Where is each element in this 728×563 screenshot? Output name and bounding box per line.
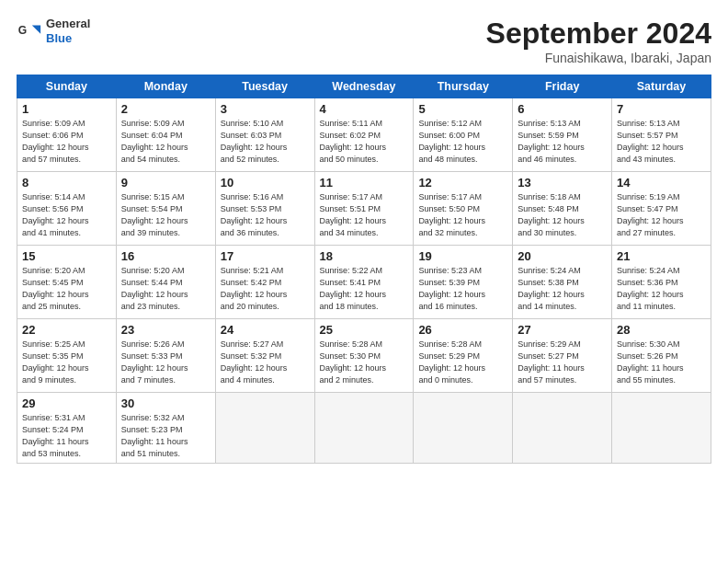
col-sunday: Sunday xyxy=(17,75,117,98)
day-27: 27 Sunrise: 5:29 AMSunset: 5:27 PMDaylig… xyxy=(513,319,612,393)
day-3: 3 Sunrise: 5:10 AMSunset: 6:03 PMDayligh… xyxy=(215,98,314,172)
day-15: 15 Sunrise: 5:20 AMSunset: 5:45 PMDaylig… xyxy=(17,246,117,319)
day-empty-1 xyxy=(215,393,314,464)
col-monday: Monday xyxy=(116,75,215,98)
month-title: September 2024 xyxy=(486,17,711,51)
day-28: 28 Sunrise: 5:30 AMSunset: 5:26 PMDaylig… xyxy=(612,319,711,393)
day-4: 4 Sunrise: 5:11 AMSunset: 6:02 PMDayligh… xyxy=(314,98,414,172)
day-12: 12 Sunrise: 5:17 AMSunset: 5:50 PMDaylig… xyxy=(414,172,513,246)
day-2: 2 Sunrise: 5:09 AMSunset: 6:04 PMDayligh… xyxy=(116,98,215,172)
day-5: 5 Sunrise: 5:12 AMSunset: 6:00 PMDayligh… xyxy=(414,98,513,172)
day-21: 21 Sunrise: 5:24 AMSunset: 5:36 PMDaylig… xyxy=(612,246,711,319)
svg-marker-1 xyxy=(32,25,40,33)
svg-text:G: G xyxy=(18,23,27,36)
title-block: September 2024 Funaishikawa, Ibaraki, Ja… xyxy=(486,17,711,65)
day-17: 17 Sunrise: 5:21 AMSunset: 5:42 PMDaylig… xyxy=(215,246,314,319)
location: Funaishikawa, Ibaraki, Japan xyxy=(486,51,711,65)
day-11: 11 Sunrise: 5:17 AMSunset: 5:51 PMDaylig… xyxy=(314,172,414,246)
day-16: 16 Sunrise: 5:20 AMSunset: 5:44 PMDaylig… xyxy=(116,246,215,319)
day-14: 14 Sunrise: 5:19 AMSunset: 5:47 PMDaylig… xyxy=(612,172,711,246)
day-empty-5 xyxy=(612,393,711,464)
col-saturday: Saturday xyxy=(612,75,711,98)
day-empty-3 xyxy=(414,393,513,464)
day-8: 8 Sunrise: 5:14 AMSunset: 5:56 PMDayligh… xyxy=(17,172,117,246)
col-wednesday: Wednesday xyxy=(314,75,414,98)
day-10: 10 Sunrise: 5:16 AMSunset: 5:53 PMDaylig… xyxy=(215,172,314,246)
day-23: 23 Sunrise: 5:26 AMSunset: 5:33 PMDaylig… xyxy=(116,319,215,393)
table-row: 1 Sunrise: 5:09 AMSunset: 6:06 PMDayligh… xyxy=(17,98,711,172)
logo-icon: G xyxy=(17,18,42,44)
calendar-page: G General Blue September 2024 Funaishika… xyxy=(0,0,728,563)
day-6: 6 Sunrise: 5:13 AMSunset: 5:59 PMDayligh… xyxy=(513,98,612,172)
logo-blue: Blue xyxy=(46,31,90,46)
day-29: 29 Sunrise: 5:31 AMSunset: 5:24 PMDaylig… xyxy=(17,393,117,464)
col-friday: Friday xyxy=(513,75,612,98)
day-1: 1 Sunrise: 5:09 AMSunset: 6:06 PMDayligh… xyxy=(17,98,117,172)
page-header: G General Blue September 2024 Funaishika… xyxy=(17,17,711,65)
day-24: 24 Sunrise: 5:27 AMSunset: 5:32 PMDaylig… xyxy=(215,319,314,393)
table-row: 22 Sunrise: 5:25 AMSunset: 5:35 PMDaylig… xyxy=(17,319,711,393)
day-19: 19 Sunrise: 5:23 AMSunset: 5:39 PMDaylig… xyxy=(414,246,513,319)
table-row: 8 Sunrise: 5:14 AMSunset: 5:56 PMDayligh… xyxy=(17,172,711,246)
table-row: 29 Sunrise: 5:31 AMSunset: 5:24 PMDaylig… xyxy=(17,393,711,464)
day-22: 22 Sunrise: 5:25 AMSunset: 5:35 PMDaylig… xyxy=(17,319,117,393)
day-empty-4 xyxy=(513,393,612,464)
col-tuesday: Tuesday xyxy=(215,75,314,98)
calendar-table: Sunday Monday Tuesday Wednesday Thursday… xyxy=(17,75,711,464)
day-26: 26 Sunrise: 5:28 AMSunset: 5:29 PMDaylig… xyxy=(414,319,513,393)
day-9: 9 Sunrise: 5:15 AMSunset: 5:54 PMDayligh… xyxy=(116,172,215,246)
day-18: 18 Sunrise: 5:22 AMSunset: 5:41 PMDaylig… xyxy=(314,246,414,319)
day-30: 30 Sunrise: 5:32 AMSunset: 5:23 PMDaylig… xyxy=(116,393,215,464)
day-7: 7 Sunrise: 5:13 AMSunset: 5:57 PMDayligh… xyxy=(612,98,711,172)
day-13: 13 Sunrise: 5:18 AMSunset: 5:48 PMDaylig… xyxy=(513,172,612,246)
col-thursday: Thursday xyxy=(414,75,513,98)
day-empty-2 xyxy=(314,393,414,464)
day-20: 20 Sunrise: 5:24 AMSunset: 5:38 PMDaylig… xyxy=(513,246,612,319)
day-25: 25 Sunrise: 5:28 AMSunset: 5:30 PMDaylig… xyxy=(314,319,414,393)
logo: G General Blue xyxy=(17,17,90,45)
logo-general: General xyxy=(46,17,90,31)
table-row: 15 Sunrise: 5:20 AMSunset: 5:45 PMDaylig… xyxy=(17,246,711,319)
